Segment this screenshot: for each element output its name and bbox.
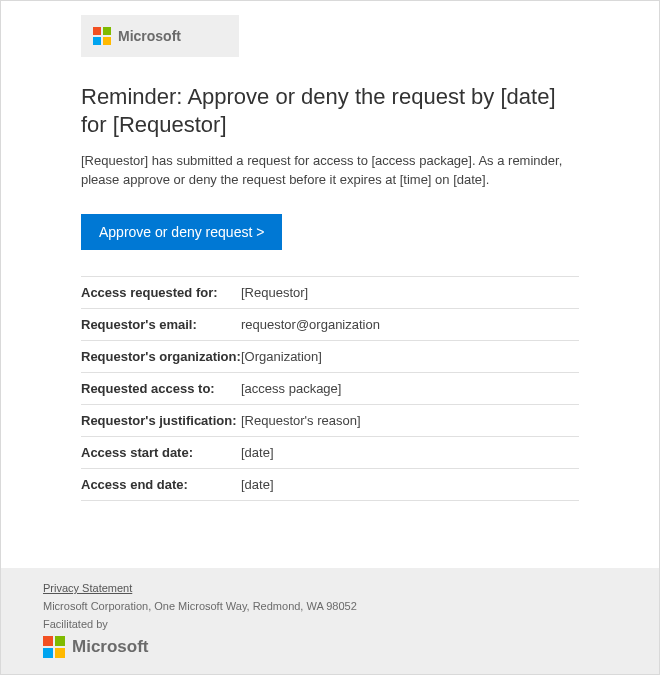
email-content: Microsoft Reminder: Approve or deny the …	[1, 15, 659, 501]
email-body-text: [Requestor] has submitted a request for …	[81, 152, 579, 190]
email-card: Microsoft Reminder: Approve or deny the …	[0, 0, 660, 675]
detail-row-end-date: Access end date: [date]	[81, 469, 579, 501]
detail-value: [Organization]	[241, 349, 322, 364]
detail-value: [date]	[241, 477, 274, 492]
detail-row-requestor-email: Requestor's email: requestor@organizatio…	[81, 309, 579, 341]
detail-value: [Requestor]	[241, 285, 308, 300]
detail-row-access-requested-for: Access requested for: [Requestor]	[81, 276, 579, 309]
detail-value: [Requestor's reason]	[241, 413, 361, 428]
footer-logo-block: Microsoft	[43, 636, 617, 658]
detail-row-start-date: Access start date: [date]	[81, 437, 579, 469]
microsoft-logo-icon	[43, 636, 65, 658]
header-brand-text: Microsoft	[118, 28, 181, 44]
detail-label: Requestor's email:	[81, 317, 241, 332]
email-title: Reminder: Approve or deny the request by…	[81, 83, 579, 138]
footer-address: Microsoft Corporation, One Microsoft Way…	[43, 600, 617, 612]
detail-value: [access package]	[241, 381, 341, 396]
footer-brand-text: Microsoft	[72, 637, 149, 657]
header-logo-block: Microsoft	[81, 15, 239, 57]
privacy-statement-link[interactable]: Privacy Statement	[43, 582, 132, 594]
detail-row-requested-access-to: Requested access to: [access package]	[81, 373, 579, 405]
details-table: Access requested for: [Requestor] Reques…	[81, 276, 579, 501]
approve-deny-button[interactable]: Approve or deny request >	[81, 214, 282, 250]
detail-label: Requestor's justification:	[81, 413, 241, 428]
email-footer: Privacy Statement Microsoft Corporation,…	[1, 568, 659, 674]
detail-value: requestor@organization	[241, 317, 380, 332]
detail-row-justification: Requestor's justification: [Requestor's …	[81, 405, 579, 437]
detail-value: [date]	[241, 445, 274, 460]
microsoft-logo-icon	[93, 27, 111, 45]
detail-label: Access end date:	[81, 477, 241, 492]
detail-label: Access start date:	[81, 445, 241, 460]
detail-label: Requestor's organization:	[81, 349, 241, 364]
detail-row-requestor-org: Requestor's organization: [Organization]	[81, 341, 579, 373]
detail-label: Access requested for:	[81, 285, 241, 300]
detail-label: Requested access to:	[81, 381, 241, 396]
footer-facilitated-by: Facilitated by	[43, 618, 617, 630]
